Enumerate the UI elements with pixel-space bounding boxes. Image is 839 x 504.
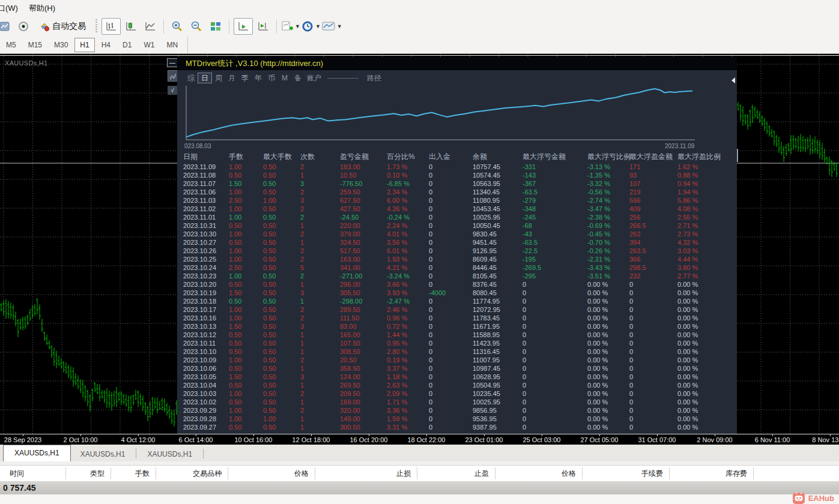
trade-col-header-3[interactable]: 交易品种 <box>156 467 228 479</box>
time-scale[interactable]: 28 Sep 20232 Oct 10:004 Oct 12:006 Oct 1… <box>0 434 839 445</box>
panel-button-5[interactable]: 年 <box>252 73 265 83</box>
trade-col-header-4[interactable]: 价格 <box>228 467 315 479</box>
stats-cell: 0 <box>429 364 473 373</box>
stats-cell: 0.50 <box>263 238 300 247</box>
stats-cell: 0.50 <box>263 364 300 373</box>
stats-cell: 0.00 % <box>587 389 629 398</box>
stats-cell: 10025.95 <box>473 398 522 406</box>
panel-collapse-arrow-icon[interactable] <box>731 77 735 83</box>
zoom-out-icon[interactable] <box>187 19 205 34</box>
timeframe-h1[interactable]: H1 <box>74 38 94 52</box>
panel-button-1[interactable]: 日 <box>198 73 212 83</box>
stats-cell: 0 <box>629 314 677 322</box>
equity-end-date: 2023.11.09 <box>665 143 694 149</box>
stats-cell: 0 <box>429 163 473 171</box>
timeframe-d1[interactable]: D1 <box>117 38 137 52</box>
candlestick-icon[interactable] <box>122 19 140 34</box>
periods-button[interactable]: ▼ <box>301 19 321 34</box>
timeframe-m30[interactable]: M30 <box>49 38 73 52</box>
stats-cell: 0.00 % <box>677 289 735 297</box>
stats-cell: 0 <box>429 179 473 188</box>
stats-cell: 0 <box>629 415 677 423</box>
stats-cell: 11340.45 <box>473 188 522 196</box>
stats-cell: 0.00 % <box>677 339 735 347</box>
zoom-in-icon[interactable] <box>168 19 186 34</box>
broadcast-icon[interactable] <box>14 19 32 34</box>
tile-windows-icon[interactable] <box>207 19 225 34</box>
trade-col-header-9[interactable]: 库存费 <box>670 467 754 479</box>
panel-button-4[interactable]: 季 <box>238 73 252 83</box>
time-label: 27 Oct 05:00 <box>581 436 619 443</box>
panel-minimize-button[interactable]: — <box>167 58 178 67</box>
chart-shift-icon[interactable] <box>254 19 272 34</box>
panel-button-9[interactable]: 账户 <box>304 73 324 83</box>
trade-col-header-5[interactable]: 止损 <box>315 467 417 479</box>
toolbar: 自动交易 ▼ <box>0 16 839 36</box>
auto-trading-button[interactable]: 自动交易 <box>34 19 91 34</box>
trade-col-header-6[interactable]: 止盈 <box>417 467 495 479</box>
panel-button-path[interactable]: 路径 <box>365 73 384 83</box>
chart-tab-2[interactable]: XAUUSDs,H1 <box>138 447 202 461</box>
table-row: 2023.10.060.500.501358.503.37 %010987.45… <box>183 364 735 373</box>
chevron-down-icon: ▼ <box>315 23 321 29</box>
stats-cell: 0 <box>522 289 587 297</box>
stats-cell: 324.50 <box>340 238 387 247</box>
panel-button-2[interactable]: 周 <box>212 73 225 83</box>
new-chart-icon[interactable] <box>0 19 13 34</box>
stats-cell: 0.00 % <box>677 305 735 314</box>
stats-cell: 0.88 % <box>677 171 735 179</box>
trade-col-header-0[interactable]: 时间 <box>0 467 66 479</box>
timeframe-h4[interactable]: H4 <box>96 38 116 52</box>
trade-col-header-1[interactable]: 类型 <box>66 467 111 479</box>
stats-cell: 3.80 % <box>677 263 735 272</box>
table-row: 2023.10.171.000.502289.502.46 %012072.95… <box>183 305 735 314</box>
timeframe-w1[interactable]: W1 <box>138 38 160 52</box>
stats-cell: 8446.45 <box>473 263 522 272</box>
menu-item-0[interactable]: 口(W) <box>0 0 23 16</box>
stats-cell: -269.5 <box>522 263 587 272</box>
trade-col-header-7[interactable]: 价格 <box>495 467 583 479</box>
panel-button-8[interactable]: 备 <box>291 73 304 83</box>
panel-button-6[interactable]: 币 <box>265 73 278 83</box>
stats-cell: 0 <box>429 356 473 364</box>
stats-cell: 1 <box>300 398 340 406</box>
templates-button[interactable]: ▼ <box>322 19 342 34</box>
trade-col-header-2[interactable]: 手数 <box>111 467 156 479</box>
panel-button-0[interactable]: 综 <box>184 73 198 83</box>
stats-cell: 1.50 <box>229 289 263 297</box>
chart-tab-1[interactable]: XAUUSDs,H1 <box>71 447 135 461</box>
stats-cell: 107 <box>629 179 677 188</box>
stats-cell: 2023.11.07 <box>183 179 229 188</box>
panel-button-3[interactable]: 月 <box>225 73 238 83</box>
tab-divider <box>203 449 204 458</box>
stats-cell: 0.50 <box>263 314 300 322</box>
chart-area[interactable]: XAUUSDs,H1 — √ MTDriver统计 ,V3.10 (http:/… <box>0 54 839 434</box>
stats-cell: 262 <box>629 230 677 238</box>
timeframe-mn[interactable]: MN <box>161 38 183 52</box>
panel-button-7[interactable]: M <box>278 73 291 83</box>
chart-tab-0[interactable]: XAUUSDs,H1 <box>3 445 71 461</box>
stats-cell: -2.38 % <box>587 213 629 221</box>
stats-cell: 0 <box>629 289 677 297</box>
stats-cell: 2023.10.06 <box>183 364 229 373</box>
timeframe-m5[interactable]: M5 <box>1 38 22 52</box>
menu-item-1[interactable]: 帮助(H) <box>23 0 61 16</box>
stats-cell: 0.50 <box>263 398 300 406</box>
auto-scroll-icon[interactable] <box>234 18 253 35</box>
line-chart-icon[interactable] <box>141 19 159 34</box>
stats-cell: 2023.10.19 <box>183 289 229 297</box>
stats-cell: 259.50 <box>340 188 387 196</box>
table-row: 2023.10.310.500.501220.002.24 %010050.45… <box>183 221 735 230</box>
indicators-button[interactable]: ▼ <box>281 19 300 34</box>
bar-chart-icon[interactable] <box>101 18 121 35</box>
stats-cell: 1.93 % <box>387 255 429 263</box>
stats-cell: 3.56 % <box>387 238 429 247</box>
panel-check-button[interactable]: √ <box>168 86 177 95</box>
stats-cell: 11774.95 <box>473 297 522 305</box>
stats-cell: 2023.11.03 <box>183 196 229 205</box>
stats-cell: 2.71 % <box>677 221 735 230</box>
timeframe-m15[interactable]: M15 <box>23 38 47 52</box>
stats-cell: 0 <box>522 364 587 373</box>
trade-col-header-8[interactable]: 手续费 <box>583 467 670 479</box>
stats-cell: 2023.11.01 <box>183 213 229 221</box>
